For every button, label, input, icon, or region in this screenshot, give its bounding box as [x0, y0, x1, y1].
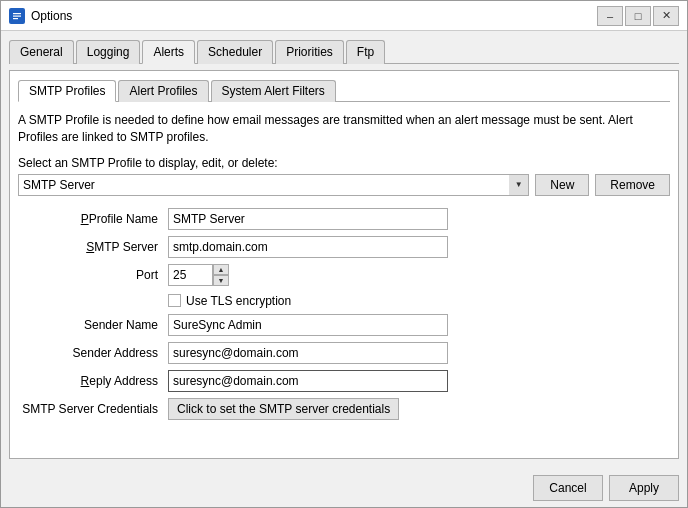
smtp-server-input[interactable]: [168, 236, 448, 258]
port-down-button[interactable]: ▼: [213, 275, 229, 286]
main-content: General Logging Alerts Scheduler Priorit…: [1, 31, 687, 467]
sender-name-row: Sender Name: [18, 314, 670, 336]
port-control: ▲ ▼: [168, 264, 229, 286]
smtp-server-row: SMTP Server: [18, 236, 670, 258]
title-bar: Options – □ ✕: [1, 1, 687, 31]
tls-row: Use TLS encryption: [168, 294, 670, 308]
tab-ftp[interactable]: Ftp: [346, 40, 385, 64]
inner-tab-alert-profiles[interactable]: Alert Profiles: [118, 80, 208, 102]
port-row: Port ▲ ▼: [18, 264, 670, 286]
reply-address-input[interactable]: [168, 370, 448, 392]
inner-tab-system-alert-filters[interactable]: System Alert Filters: [211, 80, 336, 102]
svg-rect-3: [13, 18, 18, 19]
credentials-button[interactable]: Click to set the SMTP server credentials: [168, 398, 399, 420]
tls-checkbox[interactable]: [168, 294, 181, 307]
port-spinner: ▲ ▼: [213, 264, 229, 286]
port-input[interactable]: [168, 264, 213, 286]
svg-rect-1: [13, 13, 21, 14]
sender-name-label: Sender Name: [18, 318, 168, 332]
reply-address-row: Reply Address: [18, 370, 670, 392]
inner-tab-smtp-profiles[interactable]: SMTP Profiles: [18, 80, 116, 102]
minimize-button[interactable]: –: [597, 6, 623, 26]
smtp-server-label: SMTP Server: [18, 240, 168, 254]
outer-tab-bar: General Logging Alerts Scheduler Priorit…: [9, 39, 679, 64]
tab-scheduler[interactable]: Scheduler: [197, 40, 273, 64]
profile-name-row: PProfile Name: [18, 208, 670, 230]
sender-address-row: Sender Address: [18, 342, 670, 364]
profile-select[interactable]: SMTP Server: [18, 174, 529, 196]
tab-alerts[interactable]: Alerts: [142, 40, 195, 64]
profile-select-row: SMTP Server ▼ New Remove: [18, 174, 670, 196]
credentials-row: SMTP Server Credentials Click to set the…: [18, 398, 670, 420]
form-area: PProfile Name SMTP Server Port: [18, 208, 670, 420]
profile-name-label: PProfile Name: [18, 212, 168, 226]
new-button[interactable]: New: [535, 174, 589, 196]
close-button[interactable]: ✕: [653, 6, 679, 26]
profile-select-wrapper: SMTP Server ▼: [18, 174, 529, 196]
maximize-button[interactable]: □: [625, 6, 651, 26]
window-controls: – □ ✕: [597, 6, 679, 26]
apply-button[interactable]: Apply: [609, 475, 679, 501]
inner-tab-bar: SMTP Profiles Alert Profiles System Aler…: [18, 79, 670, 102]
tab-general[interactable]: General: [9, 40, 74, 64]
remove-button[interactable]: Remove: [595, 174, 670, 196]
description-text: A SMTP Profile is needed to define how e…: [18, 112, 670, 146]
alerts-panel: SMTP Profiles Alert Profiles System Aler…: [9, 70, 679, 459]
cancel-button[interactable]: Cancel: [533, 475, 603, 501]
options-window: Options – □ ✕ General Logging Alerts Sch…: [0, 0, 688, 508]
svg-rect-2: [13, 15, 21, 16]
select-label: Select an SMTP Profile to display, edit,…: [18, 156, 670, 170]
reply-address-label: Reply Address: [18, 374, 168, 388]
tab-priorities[interactable]: Priorities: [275, 40, 344, 64]
sender-name-input[interactable]: [168, 314, 448, 336]
credentials-label: SMTP Server Credentials: [18, 402, 168, 416]
tls-label: Use TLS encryption: [186, 294, 291, 308]
sender-address-input[interactable]: [168, 342, 448, 364]
port-up-button[interactable]: ▲: [213, 264, 229, 275]
window-title: Options: [31, 9, 597, 23]
window-icon: [9, 8, 25, 24]
port-label: Port: [18, 268, 168, 282]
footer: Cancel Apply: [1, 467, 687, 507]
profile-name-input[interactable]: [168, 208, 448, 230]
tab-logging[interactable]: Logging: [76, 40, 141, 64]
sender-address-label: Sender Address: [18, 346, 168, 360]
